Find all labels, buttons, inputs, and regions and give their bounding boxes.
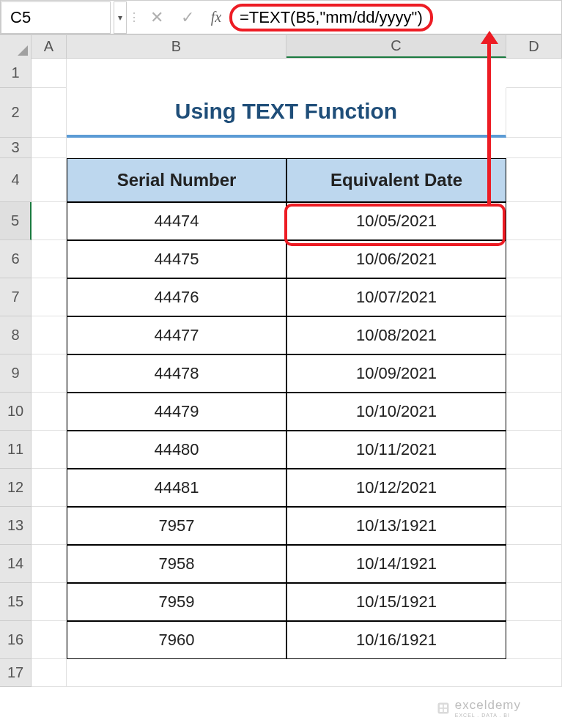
cell-A2[interactable]: [32, 88, 67, 138]
row-header-5[interactable]: 5: [0, 202, 32, 240]
cell-A4[interactable]: [32, 158, 67, 202]
cell-A3[interactable]: [32, 138, 67, 158]
cell-B3[interactable]: [67, 138, 286, 158]
cell-B14[interactable]: 7958: [67, 545, 286, 583]
cell-A10[interactable]: [32, 393, 67, 431]
cell-D16[interactable]: [506, 621, 562, 659]
col-header-A[interactable]: A: [32, 35, 67, 58]
cell-B7[interactable]: 44476: [67, 278, 286, 316]
fx-icon[interactable]: fx: [203, 1, 229, 34]
row-header-11[interactable]: 11: [0, 431, 32, 469]
formula-input[interactable]: =TEXT(B5,"mm/dd/yyyy"): [229, 4, 433, 31]
cell-B5[interactable]: 44474: [67, 202, 286, 240]
cell-D13[interactable]: [506, 507, 562, 545]
row-7: 74447610/07/2021: [0, 278, 562, 316]
row-header-13[interactable]: 13: [0, 507, 32, 545]
row-header-1[interactable]: 1: [0, 59, 32, 88]
cell-B17[interactable]: [67, 659, 286, 687]
cell-A11[interactable]: [32, 431, 67, 469]
cell-A1[interactable]: [32, 59, 67, 88]
name-box-dropdown-icon[interactable]: ▾: [114, 1, 127, 34]
cell-C15[interactable]: 10/15/1921: [286, 583, 506, 621]
cell-D6[interactable]: [506, 240, 562, 278]
enter-icon[interactable]: ✓: [172, 1, 203, 34]
cell-D9[interactable]: [506, 354, 562, 393]
cell-A15[interactable]: [32, 583, 67, 621]
cell-B1[interactable]: [67, 59, 286, 88]
cell-A5[interactable]: [32, 202, 67, 240]
cell-A9[interactable]: [32, 354, 67, 393]
cell-C12[interactable]: 10/12/2021: [286, 469, 506, 507]
cell-D15[interactable]: [506, 583, 562, 621]
cell-C10[interactable]: 10/10/2021: [286, 393, 506, 431]
cell-A13[interactable]: [32, 507, 67, 545]
cell-C5[interactable]: 10/05/2021: [286, 202, 506, 240]
cell-A12[interactable]: [32, 469, 67, 507]
row-header-14[interactable]: 14: [0, 545, 32, 583]
cell-B8[interactable]: 44477: [67, 316, 286, 354]
cell-B13[interactable]: 7957: [67, 507, 286, 545]
cell-B16[interactable]: 7960: [67, 621, 286, 659]
cell-B15[interactable]: 7959: [67, 583, 286, 621]
cell-A7[interactable]: [32, 278, 67, 316]
cell-B9[interactable]: 44478: [67, 354, 286, 393]
row-header-6[interactable]: 6: [0, 240, 32, 278]
col-header-B[interactable]: B: [67, 35, 286, 58]
row-header-12[interactable]: 12: [0, 469, 32, 507]
svg-rect-4: [444, 708, 447, 711]
cell-C8[interactable]: 10/08/2021: [286, 316, 506, 354]
watermark: exceldemy EXCEL . DATA . BI: [436, 698, 521, 718]
cell-D5[interactable]: [506, 202, 562, 240]
cell-A14[interactable]: [32, 545, 67, 583]
cell-A8[interactable]: [32, 316, 67, 354]
row-header-2[interactable]: 2: [0, 88, 32, 138]
row-9: 94447810/09/2021: [0, 354, 562, 393]
cell-C9[interactable]: 10/09/2021: [286, 354, 506, 393]
cell-B11[interactable]: 44480: [67, 431, 286, 469]
col-header-C[interactable]: C: [286, 35, 506, 58]
cell-D2[interactable]: [506, 88, 562, 138]
cell-A6[interactable]: [32, 240, 67, 278]
cell-C17[interactable]: [286, 659, 506, 687]
row-header-3[interactable]: 3: [0, 138, 32, 158]
cell-D1[interactable]: [506, 59, 562, 88]
cell-B10[interactable]: 44479: [67, 393, 286, 431]
cell-A17[interactable]: [32, 659, 67, 687]
cell-C13[interactable]: 10/13/1921: [286, 507, 506, 545]
cell-D10[interactable]: [506, 393, 562, 431]
row-header-8[interactable]: 8: [0, 316, 32, 354]
cell-D3[interactable]: [506, 138, 562, 158]
cell-B6[interactable]: 44475: [67, 240, 286, 278]
th-serial[interactable]: Serial Number: [67, 158, 286, 202]
cell-D11[interactable]: [506, 431, 562, 469]
col-header-D[interactable]: D: [506, 35, 562, 58]
cell-D17[interactable]: [506, 659, 562, 687]
row-header-15[interactable]: 15: [0, 583, 32, 621]
row-header-9[interactable]: 9: [0, 354, 32, 393]
row-header-7[interactable]: 7: [0, 278, 32, 316]
cancel-icon[interactable]: ✕: [141, 1, 172, 34]
cell-C14[interactable]: 10/14/1921: [286, 545, 506, 583]
cell-C1[interactable]: [286, 59, 506, 88]
cell-C6[interactable]: 10/06/2021: [286, 240, 506, 278]
row-header-17[interactable]: 17: [0, 659, 32, 687]
row-header-10[interactable]: 10: [0, 393, 32, 431]
cell-D8[interactable]: [506, 316, 562, 354]
cell-D4[interactable]: [506, 158, 562, 202]
select-all-triangle[interactable]: [0, 35, 32, 59]
cell-D7[interactable]: [506, 278, 562, 316]
cell-C3[interactable]: [286, 138, 506, 158]
cell-C16[interactable]: 10/16/1921: [286, 621, 506, 659]
cell-C11[interactable]: 10/11/2021: [286, 431, 506, 469]
th-date[interactable]: Equivalent Date: [286, 158, 506, 202]
cell-A16[interactable]: [32, 621, 67, 659]
cell-B12[interactable]: 44481: [67, 469, 286, 507]
row-header-4[interactable]: 4: [0, 158, 32, 202]
cell-D14[interactable]: [506, 545, 562, 583]
title-cell[interactable]: Using TEXT Function: [67, 88, 506, 138]
row-3: 3: [0, 138, 562, 158]
cell-C7[interactable]: 10/07/2021: [286, 278, 506, 316]
name-box[interactable]: C5: [1, 1, 111, 34]
row-header-16[interactable]: 16: [0, 621, 32, 659]
cell-D12[interactable]: [506, 469, 562, 507]
